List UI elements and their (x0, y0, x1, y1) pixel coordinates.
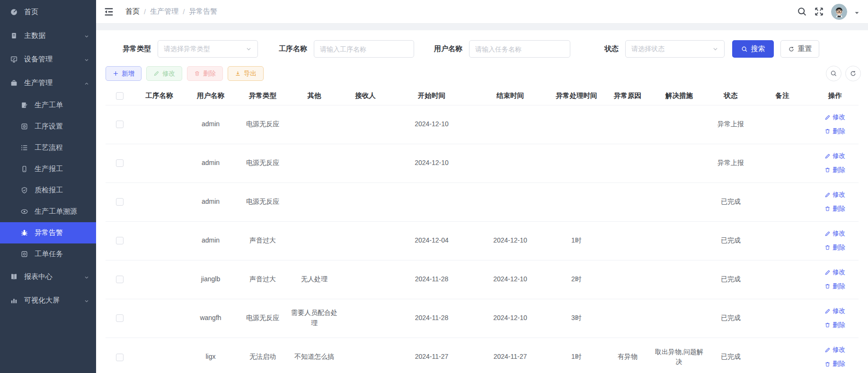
row-checkbox[interactable] (116, 314, 124, 322)
search-icon[interactable] (797, 7, 807, 17)
sidebar-item-order-task[interactable]: 工单任务 (0, 243, 96, 265)
dashboard-icon (10, 8, 18, 16)
sidebar-item-master-data[interactable]: 主数据 (0, 24, 96, 47)
trash-icon (824, 283, 831, 289)
search-icon (830, 70, 837, 77)
cell-other (289, 182, 340, 221)
table-row: admin 电源无反应 已完成 修改 删除 (106, 182, 859, 221)
user-avatar[interactable] (831, 4, 847, 20)
row-checkbox[interactable] (116, 354, 124, 361)
exception-type-select[interactable]: 请选择异常类型 (158, 40, 258, 58)
sidebar-item-home[interactable]: 首页 (0, 0, 96, 24)
col-start-time: 开始时间 (391, 87, 472, 105)
search-button-label: 搜索 (751, 44, 765, 53)
cell-receiver (340, 105, 391, 144)
show-search-button[interactable] (826, 66, 841, 81)
process-name-input[interactable] (320, 45, 408, 53)
delete-button[interactable]: 删除 (187, 66, 223, 81)
bar-chart-icon (10, 296, 18, 304)
add-button[interactable]: 新增 (106, 66, 142, 81)
cell-status: 异常上报 (708, 144, 753, 182)
row-delete-link[interactable]: 删除 (824, 243, 845, 253)
breadcrumb-production-mgmt[interactable]: 生产管理 (150, 7, 178, 16)
row-edit-link[interactable]: 修改 (824, 229, 845, 239)
row-edit-link[interactable]: 修改 (824, 306, 845, 316)
breadcrumb-separator: / (144, 8, 146, 16)
plus-icon (113, 70, 119, 77)
sidebar-item-production-order[interactable]: 生产工单 (0, 95, 96, 116)
row-delete-link[interactable]: 删除 (824, 127, 845, 137)
caret-down-icon[interactable] (854, 9, 859, 14)
col-status: 状态 (708, 87, 753, 105)
row-checkbox[interactable] (116, 237, 124, 244)
edit-button[interactable]: 修改 (146, 66, 182, 81)
sidebar-item-visual-screen[interactable]: 可视化大屏 (0, 288, 96, 312)
trash-icon (824, 322, 831, 328)
reset-button-label: 重置 (798, 44, 812, 53)
row-checkbox[interactable] (116, 276, 124, 283)
add-button-label: 新增 (122, 69, 134, 78)
shield-check-icon (20, 186, 28, 194)
cell-reason (605, 105, 650, 144)
row-checkbox[interactable] (116, 159, 124, 167)
cell-exception-type: 声音过大 (237, 221, 289, 260)
sidebar-item-production-report[interactable]: 生产报工 (0, 158, 96, 180)
top-navbar: 首页 / 生产管理 / 异常告警 (96, 0, 868, 24)
cell-other (289, 221, 340, 260)
sidebar-item-label: 工序设置 (35, 122, 89, 131)
refresh-table-button[interactable] (845, 66, 861, 81)
pencil-icon (824, 114, 831, 121)
row-delete-link[interactable]: 删除 (824, 359, 845, 369)
cell-receiver (340, 299, 391, 338)
trash-icon (824, 361, 831, 367)
cell-user-name: wangfh (185, 299, 237, 338)
row-edit-link[interactable]: 修改 (824, 113, 845, 122)
sidebar-item-label: 工艺流程 (35, 143, 89, 152)
status-select[interactable]: 请选择状态 (625, 40, 725, 58)
cell-other (289, 144, 340, 182)
sidebar-item-process-settings[interactable]: 工序设置 (0, 116, 96, 137)
status-label: 状态 (604, 44, 619, 53)
row-delete-link[interactable]: 删除 (824, 282, 845, 292)
sidebar-item-quality-report[interactable]: 质检报工 (0, 180, 96, 201)
user-name-label: 用户名称 (434, 44, 462, 53)
cell-reason (605, 299, 650, 338)
row-checkbox[interactable] (116, 198, 124, 206)
row-edit-link[interactable]: 修改 (824, 190, 845, 200)
sidebar-collapse-icon[interactable] (104, 7, 114, 17)
col-operations: 操作 (811, 87, 859, 105)
sidebar-item-abnormal-alarm[interactable]: 异常告警 (0, 222, 96, 243)
chevron-down-icon (84, 56, 89, 62)
row-checkbox[interactable] (116, 121, 124, 128)
cell-reason (605, 144, 650, 182)
sidebar-item-report-center[interactable]: 报表中心 (0, 265, 96, 288)
cell-handle-time: 1时 (548, 221, 605, 260)
search-icon (741, 46, 748, 52)
row-delete-link[interactable]: 删除 (824, 321, 845, 330)
reset-button[interactable]: 重置 (780, 40, 819, 58)
row-delete-link[interactable]: 删除 (824, 165, 845, 175)
row-edit-label: 修改 (833, 268, 845, 278)
row-edit-link[interactable]: 修改 (824, 268, 845, 278)
fullscreen-icon[interactable] (814, 7, 824, 17)
sidebar-item-order-trace[interactable]: 生产工单溯源 (0, 201, 96, 222)
sidebar-item-device-mgmt[interactable]: 设备管理 (0, 47, 96, 71)
sidebar-item-process-flow[interactable]: 工艺流程 (0, 137, 96, 158)
cell-start-time: 2024-11-28 (391, 260, 472, 299)
sidebar-item-label: 生产管理 (24, 78, 84, 87)
search-button[interactable]: 搜索 (732, 40, 774, 58)
row-delete-link[interactable]: 删除 (824, 204, 845, 214)
row-edit-link[interactable]: 修改 (824, 151, 845, 161)
cell-solution (650, 144, 708, 182)
export-button[interactable]: 导出 (228, 66, 264, 81)
sidebar: 首页 主数据 设备管理 生产管理 生产工单 工序设置 工艺流程 生产报工 质检报… (0, 0, 96, 373)
select-all-checkbox[interactable] (116, 92, 124, 100)
col-exception-type: 异常类型 (237, 87, 289, 105)
breadcrumb-home[interactable]: 首页 (125, 7, 140, 16)
user-name-input[interactable] (475, 45, 564, 53)
cell-solution (650, 221, 708, 260)
cell-remark (753, 260, 811, 299)
row-edit-link[interactable]: 修改 (824, 345, 845, 355)
briefcase-icon (10, 79, 18, 87)
sidebar-item-production-mgmt[interactable]: 生产管理 (0, 71, 96, 95)
